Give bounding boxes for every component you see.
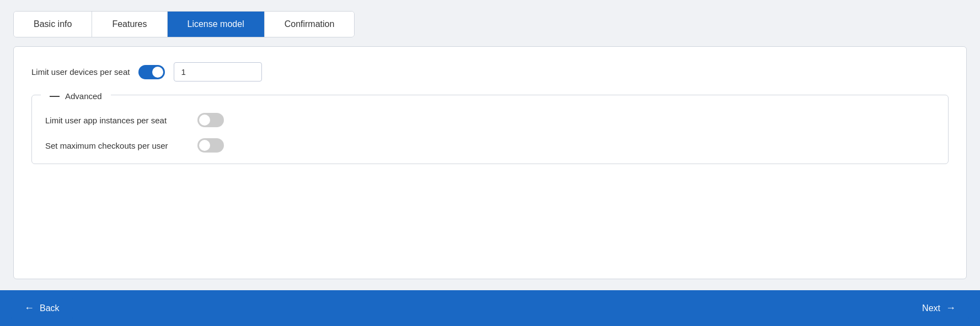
limit-devices-label: Limit user devices per seat: [31, 67, 130, 77]
footer: ← Back Next →: [0, 290, 980, 326]
tabs-bar: Basic info Features License model Confir…: [13, 11, 355, 37]
content-card: Limit user devices per seat — Advanced L…: [13, 46, 967, 279]
advanced-header[interactable]: — Advanced: [41, 85, 111, 106]
tab-basic-info[interactable]: Basic info: [14, 12, 92, 37]
toggle-slider-off-2: [197, 138, 224, 153]
next-button[interactable]: Next →: [909, 297, 969, 319]
advanced-label: Advanced: [65, 91, 102, 101]
page-wrapper: Basic info Features License model Confir…: [0, 0, 980, 290]
adv-row-max-checkouts: Set maximum checkouts per user: [45, 138, 935, 153]
advanced-body: Limit user app instances per seat Set ma…: [32, 95, 948, 164]
advanced-section: — Advanced Limit user app instances per …: [31, 95, 949, 164]
back-button[interactable]: ← Back: [11, 297, 73, 319]
next-label: Next: [922, 303, 940, 313]
tab-confirmation[interactable]: Confirmation: [265, 12, 355, 37]
adv-label-app-instances: Limit user app instances per seat: [45, 116, 189, 125]
toggle-app-instances[interactable]: [197, 113, 224, 127]
toggle-slider-off-1: [197, 113, 224, 127]
back-arrow-icon: ←: [24, 302, 34, 314]
advanced-dash: —: [50, 91, 60, 101]
next-arrow-icon: →: [946, 302, 956, 314]
toggle-slider-on: [138, 65, 165, 79]
tab-license-model[interactable]: License model: [168, 12, 265, 37]
adv-row-app-instances: Limit user app instances per seat: [45, 113, 935, 127]
toggle-max-checkouts[interactable]: [197, 138, 224, 153]
limit-devices-toggle[interactable]: [138, 65, 165, 79]
tab-features[interactable]: Features: [92, 12, 167, 37]
adv-label-max-checkouts: Set maximum checkouts per user: [45, 141, 189, 150]
limit-devices-row: Limit user devices per seat: [31, 62, 949, 82]
limit-devices-input[interactable]: [174, 62, 262, 82]
back-label: Back: [40, 303, 60, 313]
